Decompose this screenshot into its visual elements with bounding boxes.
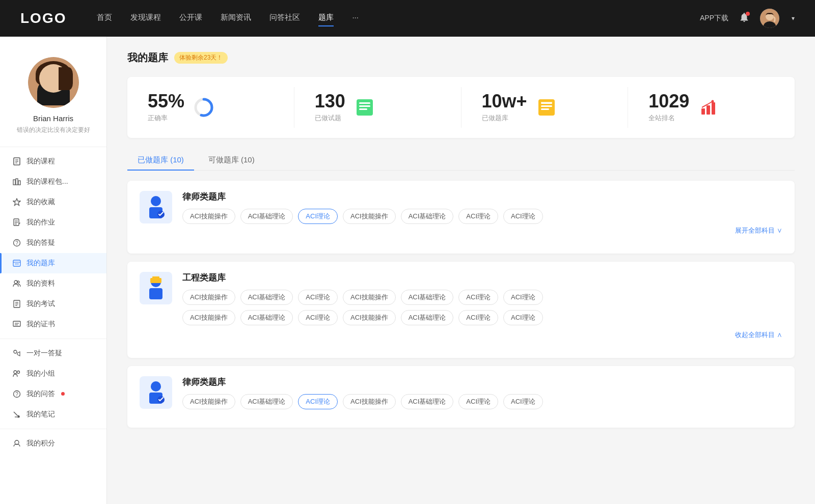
- qa-icon: ?: [12, 238, 21, 247]
- one-on-one-icon: [12, 349, 21, 358]
- sidebar-item-profile[interactable]: 我的资料: [0, 273, 106, 294]
- nav-discover[interactable]: 发现课程: [130, 13, 161, 24]
- sidebar-item-homework[interactable]: 我的作业: [0, 212, 106, 233]
- sidebar-item-favorites[interactable]: 我的收藏: [0, 192, 106, 212]
- tags-row-engineer-1: ACI技能操作 ACI基础理论 ACI理论 ACI技能操作 ACI基础理论 AC…: [182, 290, 782, 305]
- sidebar-label-certificate: 我的证书: [26, 320, 55, 329]
- l2-tag-6[interactable]: ACI理论: [503, 394, 543, 409]
- tag-0[interactable]: ACI技能操作: [182, 209, 235, 224]
- sidebar-item-exam[interactable]: 我的考试: [0, 294, 106, 314]
- page-wrapper: Brian Harris 错误的决定比没有决定要好 我的课程 我的课程包...: [0, 37, 815, 504]
- svg-point-52: [712, 100, 714, 103]
- sidebar-item-course[interactable]: 我的课程: [0, 151, 106, 172]
- sidebar-divider-2: [0, 339, 106, 339]
- app-download-button[interactable]: APP下载: [700, 14, 728, 23]
- expand-lawyer1[interactable]: 展开全部科目 ∨: [182, 226, 782, 235]
- course-pkg-icon: [12, 177, 21, 186]
- lawyer2-icon: [140, 376, 172, 409]
- svg-rect-57: [149, 288, 162, 299]
- collapse-engineer[interactable]: 收起全部科目 ∧: [182, 330, 782, 340]
- favorites-icon: [12, 198, 21, 207]
- l2-tag-2-active[interactable]: ACI理论: [298, 394, 338, 409]
- eng-tag-2[interactable]: ACI理论: [298, 290, 338, 305]
- l2-tag-4[interactable]: ACI基础理论: [401, 394, 454, 409]
- sidebar-label-notes: 我的笔记: [26, 410, 55, 419]
- exam-icon: [12, 299, 21, 309]
- stat-rank: 1029 全站排名: [628, 87, 795, 128]
- l2-tag-3[interactable]: ACI技能操作: [343, 394, 396, 409]
- bank-title-engineer: 工程类题库: [182, 272, 782, 284]
- svg-marker-10: [13, 199, 20, 206]
- eng-extra-tag-4[interactable]: ACI基础理论: [401, 310, 454, 325]
- nav-home[interactable]: 首页: [97, 13, 112, 24]
- stat-value-rank: 1029: [648, 92, 689, 110]
- profile-avatar[interactable]: [28, 57, 79, 108]
- stat-text-done-banks: 10w+ 已做题库: [482, 92, 527, 123]
- user-dropdown-chevron[interactable]: ▾: [792, 15, 795, 22]
- eng-extra-tag-5[interactable]: ACI理论: [458, 310, 498, 325]
- tag-5[interactable]: ACI理论: [458, 209, 498, 224]
- sidebar-label-question-bank: 我的题库: [26, 259, 55, 268]
- eng-tag-1[interactable]: ACI基础理论: [240, 290, 293, 305]
- nav-opencourse[interactable]: 公开课: [179, 13, 202, 24]
- tag-4[interactable]: ACI基础理论: [401, 209, 454, 224]
- eng-extra-tag-3[interactable]: ACI技能操作: [343, 310, 396, 325]
- l2-tag-5[interactable]: ACI理论: [458, 394, 498, 409]
- sidebar-item-points[interactable]: 我的积分: [0, 433, 106, 454]
- eng-extra-tag-1[interactable]: ACI基础理论: [240, 310, 293, 325]
- lawyer1-icon: [140, 191, 172, 223]
- notification-bell[interactable]: [739, 12, 750, 25]
- svg-rect-44: [538, 99, 555, 116]
- sidebar-label-one-on-one: 一对一答疑: [26, 349, 62, 358]
- l2-tag-0[interactable]: ACI技能操作: [182, 394, 235, 409]
- correctrate-icon: [193, 96, 215, 119]
- eng-tag-6[interactable]: ACI理论: [503, 290, 543, 305]
- eng-tag-5[interactable]: ACI理论: [458, 290, 498, 305]
- sidebar-item-question-bank[interactable]: 我的题库: [0, 253, 106, 273]
- navbar-links: 首页 发现课程 公开课 新闻资讯 问答社区 题库 ···: [97, 13, 700, 24]
- notes-icon: [12, 410, 21, 419]
- questions-badge: [61, 392, 65, 396]
- notification-dot: [746, 12, 750, 16]
- svg-point-20: [14, 281, 17, 284]
- logo: LOGO: [20, 10, 66, 26]
- eng-tag-0[interactable]: ACI技能操作: [182, 290, 235, 305]
- eng-tag-3[interactable]: ACI技能操作: [343, 290, 396, 305]
- main-content: 我的题库 体验剩余23天！ 55% 正确率: [107, 37, 815, 504]
- sidebar-item-course-pkg[interactable]: 我的课程包...: [0, 172, 106, 192]
- tag-6[interactable]: ACI理论: [503, 209, 543, 224]
- sidebar-divider-3: [0, 429, 106, 429]
- tab-done[interactable]: 已做题库 (10): [127, 150, 194, 170]
- sidebar-item-group[interactable]: 我的小组: [0, 363, 106, 384]
- user-avatar[interactable]: [760, 9, 779, 28]
- eng-extra-tag-0[interactable]: ACI技能操作: [182, 310, 235, 325]
- l2-tag-1[interactable]: ACI基础理论: [240, 394, 293, 409]
- tab-available[interactable]: 可做题库 (10): [198, 150, 265, 170]
- nav-news[interactable]: 新闻资讯: [221, 13, 251, 24]
- sidebar-item-questions[interactable]: ? 我的问答: [0, 384, 106, 404]
- stat-label-done-banks: 已做题库: [482, 114, 527, 123]
- nav-questionbank[interactable]: 题库: [318, 13, 334, 24]
- sidebar-profile: Brian Harris 错误的决定比没有决定要好: [0, 47, 106, 143]
- eng-extra-tag-6[interactable]: ACI理论: [503, 310, 543, 325]
- eng-tag-4[interactable]: ACI基础理论: [401, 290, 454, 305]
- points-icon: [12, 439, 21, 448]
- tag-2-active[interactable]: ACI理论: [298, 209, 338, 224]
- svg-rect-8: [16, 179, 18, 185]
- sidebar-item-notes[interactable]: 我的笔记: [0, 404, 106, 425]
- stats-row: 55% 正确率 130 已做试题: [127, 77, 795, 138]
- tag-3[interactable]: ACI技能操作: [343, 209, 396, 224]
- sidebar-label-favorites: 我的收藏: [26, 198, 55, 207]
- nav-more[interactable]: ···: [352, 13, 359, 24]
- eng-extra-tag-2[interactable]: ACI理论: [298, 310, 338, 325]
- done-questions-icon: [354, 96, 376, 119]
- sidebar-item-qa[interactable]: ? 我的答疑: [0, 233, 106, 253]
- sidebar-item-certificate[interactable]: 我的证书: [0, 314, 106, 334]
- tag-1[interactable]: ACI基础理论: [240, 209, 293, 224]
- nav-qa[interactable]: 问答社区: [269, 13, 300, 24]
- sidebar-item-one-on-one[interactable]: 一对一答疑: [0, 343, 106, 363]
- tabs: 已做题库 (10) 可做题库 (10): [127, 150, 795, 171]
- svg-point-39: [200, 103, 208, 111]
- bank-card-lawyer1: 律师类题库 ACI技能操作 ACI基础理论 ACI理论 ACI技能操作 ACI基…: [127, 181, 795, 254]
- trial-badge: 体验剩余23天！: [174, 52, 228, 64]
